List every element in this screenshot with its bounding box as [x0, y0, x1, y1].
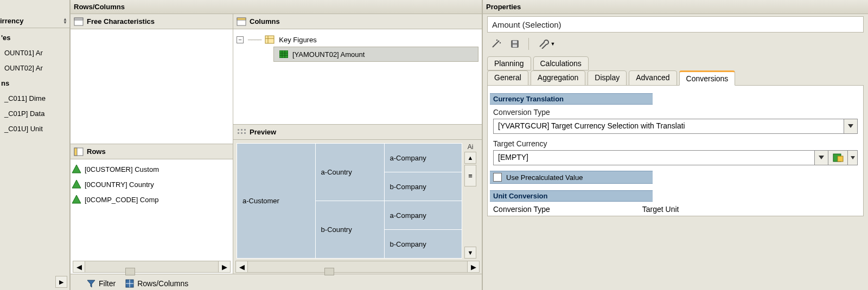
- svg-rect-8: [237, 18, 246, 20]
- columns-dropzone[interactable]: − ──── Key Figures [YAMOUNT02] Amount Ar…: [233, 29, 482, 125]
- tree-item[interactable]: OUNT02] Ar: [1, 61, 68, 76]
- scroll-right-button[interactable]: ▶: [467, 261, 479, 272]
- rows-label: Rows: [87, 147, 106, 156]
- panel-icon: [74, 17, 84, 26]
- svg-rect-36: [838, 156, 843, 162]
- svg-point-27: [498, 41, 500, 42]
- tab-aggregation[interactable]: Aggregation: [531, 70, 586, 86]
- tree-item[interactable]: _C01U] Unit: [1, 121, 68, 137]
- scroll-thumb[interactable]: [125, 268, 135, 275]
- svg-marker-33: [848, 124, 853, 128]
- tab-conversions[interactable]: Conversions: [679, 70, 736, 86]
- key-figure-icon: [279, 50, 288, 58]
- rows-hscroll[interactable]: ◀ ▶: [73, 261, 231, 273]
- sort-icon[interactable]: ▲▼: [63, 18, 67, 24]
- grid-icon: [125, 279, 134, 288]
- use-precalculated-label: Use Precalculated Value: [506, 173, 583, 182]
- scroll-left-button[interactable]: ◀: [236, 261, 248, 272]
- preview-cell: a-Customer: [237, 144, 316, 259]
- tree-item[interactable]: _C01P] Data: [1, 106, 68, 121]
- use-precalculated-checkbox-row[interactable]: Use Precalculated Value: [490, 171, 653, 184]
- tab-advanced[interactable]: Advanced: [629, 70, 676, 86]
- tree-group[interactable]: 'es: [1, 30, 68, 46]
- key-figures-node[interactable]: − ──── Key Figures: [237, 33, 478, 47]
- dimension-icon: [72, 179, 81, 189]
- checkbox[interactable]: [493, 173, 502, 182]
- preview-side-label: Ai: [468, 143, 474, 151]
- target-unit-label: Target Unit: [642, 205, 679, 214]
- tree-group[interactable]: ns: [1, 76, 68, 91]
- rows-dropzone[interactable]: [0CUSTOMER] Custom [0COUNTRY] Country [0…: [71, 159, 233, 274]
- tree-item[interactable]: _C011] Dime: [1, 91, 68, 106]
- scroll-thumb[interactable]: [324, 268, 334, 275]
- svg-marker-4: [72, 165, 81, 173]
- wrench-icon[interactable]: ▼: [535, 37, 557, 50]
- svg-rect-32: [513, 44, 517, 47]
- currency-column-header[interactable]: irrency ▲▼: [0, 14, 69, 28]
- conversion-type-value: [YVARTGCUR] Target Currency Selection wi…: [493, 119, 844, 134]
- svg-marker-37: [851, 156, 855, 159]
- tab-rows-columns[interactable]: Rows/Columns: [125, 279, 188, 288]
- rows-header: Rows: [71, 144, 233, 159]
- columns-header: Columns: [233, 14, 482, 29]
- chevron-down-icon[interactable]: [848, 150, 858, 165]
- preview-cell: b-Company: [384, 172, 462, 201]
- free-characteristics-dropzone[interactable]: Area forDimensions: [71, 29, 233, 144]
- row-dimension[interactable]: [0COUNTRY] Country: [72, 177, 232, 192]
- tab-filter[interactable]: Filter: [87, 279, 116, 288]
- tab-general[interactable]: General: [487, 70, 528, 86]
- preview-hscroll[interactable]: ◀ ▶: [235, 261, 480, 273]
- scroll-up-button[interactable]: ▲: [464, 152, 476, 164]
- free-characteristics-label: Free Characteristics: [87, 17, 155, 25]
- svg-rect-12: [279, 50, 288, 58]
- svg-marker-34: [819, 156, 824, 159]
- target-currency-combo[interactable]: [EMPTY]: [493, 150, 858, 165]
- watermark-text: Area for Dimensions: [260, 89, 441, 109]
- preview-cell: b-Country: [315, 201, 384, 259]
- columns-icon: [237, 17, 246, 26]
- scroll-thumb[interactable]: ≡: [464, 165, 476, 186]
- properties-title: Properties: [483, 0, 868, 14]
- free-characteristics-header: Free Characteristics: [71, 14, 233, 29]
- preview-pane: a-Customer a-Country a-Company b-Company…: [233, 140, 482, 274]
- conversion-type-combo[interactable]: [YVARTGCUR] Target Currency Selection wi…: [493, 119, 858, 134]
- preview-grid: a-Customer a-Country a-Company b-Company…: [237, 143, 462, 259]
- watermark-text: Area forDimensions: [81, 209, 186, 250]
- conversion-type-label: Conversion Type: [493, 108, 858, 117]
- scroll-left-button[interactable]: ◀: [73, 261, 85, 272]
- target-currency-value: [EMPTY]: [493, 150, 814, 165]
- save-icon[interactable]: [508, 37, 522, 50]
- preview-header: Preview: [233, 125, 482, 140]
- svg-point-29: [496, 40, 497, 41]
- dimension-icon: [72, 195, 81, 204]
- tree-item[interactable]: OUNT01] Ar: [1, 46, 68, 61]
- scroll-down-button[interactable]: ▼: [464, 247, 476, 259]
- unit-conversion-group: Unit Conversion: [490, 190, 653, 202]
- key-figure-item-selected[interactable]: [YAMOUNT02] Amount: [273, 47, 478, 62]
- collapse-icon[interactable]: −: [237, 36, 244, 43]
- watermark-text: Area forDimensions: [81, 51, 186, 92]
- svg-rect-21: [241, 132, 242, 134]
- tab-calculations[interactable]: Calculations: [533, 56, 589, 70]
- preview-cell: a-Country: [315, 144, 384, 201]
- tab-label: Calculations: [540, 59, 582, 68]
- selection-name-field[interactable]: Amount (Selection): [487, 16, 864, 33]
- tab-label: Planning: [494, 59, 524, 68]
- chevron-down-icon[interactable]: [814, 150, 828, 165]
- row-dimension[interactable]: [0CUSTOMER] Custom: [72, 162, 232, 177]
- chevron-down-icon[interactable]: [844, 119, 858, 134]
- variable-picker-icon[interactable]: [828, 150, 848, 165]
- rows-icon: [74, 147, 84, 156]
- scroll-right-button[interactable]: ▶: [218, 261, 230, 272]
- svg-point-28: [500, 42, 501, 43]
- svg-marker-5: [72, 180, 81, 188]
- preview-cell: a-Company: [384, 201, 462, 230]
- tab-label: Aggregation: [538, 73, 579, 82]
- tab-planning[interactable]: Planning: [487, 56, 531, 70]
- tab-label: Advanced: [636, 73, 669, 82]
- tab-display[interactable]: Display: [588, 70, 627, 86]
- target-currency-label: Target Currency: [493, 139, 858, 148]
- scroll-right-button[interactable]: ▶: [55, 276, 67, 288]
- wand-icon[interactable]: [489, 37, 503, 50]
- row-dimension[interactable]: [0COMP_CODE] Comp: [72, 192, 232, 207]
